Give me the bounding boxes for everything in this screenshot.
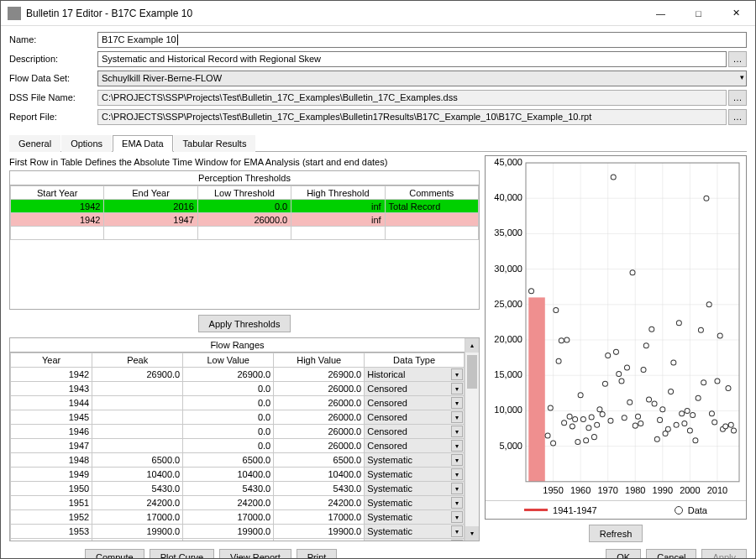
- perception-row-empty[interactable]: [11, 227, 479, 240]
- col-data-type[interactable]: Data Type: [365, 353, 465, 368]
- col-low-threshold[interactable]: Low Threshold: [197, 186, 291, 200]
- cell[interactable]: 19900.0: [274, 525, 365, 539]
- col-peak[interactable]: Peak: [92, 353, 183, 368]
- cell[interactable]: 26000.0: [274, 439, 365, 453]
- cell[interactable]: 1942: [11, 213, 104, 227]
- cell[interactable]: 1951: [11, 496, 92, 510]
- cell[interactable]: [92, 425, 183, 439]
- data-type-combo[interactable]: Systematic▾: [365, 510, 465, 525]
- cell[interactable]: [92, 410, 183, 425]
- cell[interactable]: 1953: [11, 525, 92, 539]
- cell[interactable]: 19900.0: [92, 525, 183, 539]
- tab-tabular-results[interactable]: Tabular Results: [174, 135, 256, 152]
- cancel-button[interactable]: Cancel: [646, 549, 696, 560]
- cell[interactable]: 1945: [11, 410, 92, 425]
- flow-row[interactable]: 19548290.08290.08290.0Systematic▾: [11, 539, 465, 541]
- cell[interactable]: 8290.0: [92, 539, 183, 541]
- name-field[interactable]: B17C Example 10: [97, 32, 747, 48]
- compute-button[interactable]: Compute: [85, 549, 144, 560]
- view-report-button[interactable]: View Report: [219, 549, 291, 560]
- data-type-combo[interactable]: Censored▾: [365, 382, 465, 396]
- perception-row[interactable]: 1942 2016 0.0 inf Total Record: [11, 200, 479, 213]
- cell[interactable]: 10400.0: [274, 468, 365, 482]
- cell[interactable]: 24200.0: [274, 496, 365, 510]
- cell[interactable]: 6500.0: [274, 453, 365, 468]
- cell[interactable]: 1954: [11, 539, 92, 541]
- cell[interactable]: [385, 213, 478, 227]
- dssfile-browse-button[interactable]: …: [728, 90, 747, 106]
- cell[interactable]: 17000.0: [183, 510, 274, 525]
- data-type-combo[interactable]: Systematic▾: [365, 482, 465, 496]
- col-comments[interactable]: Comments: [385, 186, 478, 200]
- cell[interactable]: 24200.0: [183, 496, 274, 510]
- col-year[interactable]: Year: [11, 353, 92, 368]
- cell[interactable]: 26000.0: [197, 213, 291, 227]
- data-type-combo[interactable]: Systematic▾: [365, 525, 465, 539]
- flow-row[interactable]: 19440.026000.0Censored▾: [11, 396, 465, 410]
- scroll-thumb[interactable]: [467, 355, 477, 389]
- minimize-button[interactable]: —: [642, 1, 680, 25]
- close-button[interactable]: ✕: [717, 1, 755, 25]
- cell[interactable]: 1943: [11, 382, 92, 396]
- chevron-down-icon[interactable]: ▾: [451, 454, 463, 466]
- cell[interactable]: 1942: [11, 368, 92, 382]
- chevron-down-icon[interactable]: ▾: [451, 511, 463, 523]
- cell[interactable]: 1946: [11, 425, 92, 439]
- cell[interactable]: 1949: [11, 468, 92, 482]
- cell[interactable]: 26900.0: [183, 368, 274, 382]
- scroll-down-button[interactable]: ▾: [465, 526, 479, 541]
- cell[interactable]: inf: [291, 213, 385, 227]
- ok-button[interactable]: OK: [606, 549, 641, 560]
- col-high-value[interactable]: High Value: [274, 353, 365, 368]
- flow-row[interactable]: 195124200.024200.024200.0Systematic▾: [11, 496, 465, 510]
- flow-scrollbar[interactable]: ▴ ▾: [465, 338, 479, 541]
- cell[interactable]: 26000.0: [274, 410, 365, 425]
- cell[interactable]: 1942: [11, 200, 104, 213]
- chevron-down-icon[interactable]: ▾: [451, 411, 463, 423]
- flow-row[interactable]: 19505430.05430.05430.0Systematic▾: [11, 482, 465, 496]
- chevron-down-icon[interactable]: ▾: [451, 368, 463, 380]
- cell[interactable]: inf: [291, 200, 385, 213]
- col-end-year[interactable]: End Year: [104, 186, 197, 200]
- flow-row[interactable]: 194910400.010400.010400.0Systematic▾: [11, 468, 465, 482]
- chevron-down-icon[interactable]: ▾: [451, 483, 463, 494]
- plot-curve-button[interactable]: Plot Curve: [150, 549, 214, 560]
- cell[interactable]: 26000.0: [274, 382, 365, 396]
- cell[interactable]: 0.0: [183, 396, 274, 410]
- cell[interactable]: 0.0: [197, 200, 291, 213]
- cell[interactable]: [92, 382, 183, 396]
- cell[interactable]: 2016: [104, 200, 197, 213]
- col-high-threshold[interactable]: High Threshold: [291, 186, 385, 200]
- cell[interactable]: 1950: [11, 482, 92, 496]
- data-type-combo[interactable]: Systematic▾: [365, 539, 465, 541]
- cell[interactable]: 1944: [11, 396, 92, 410]
- cell[interactable]: 26900.0: [92, 368, 183, 382]
- cell[interactable]: 5430.0: [92, 482, 183, 496]
- cell[interactable]: 0.0: [183, 410, 274, 425]
- data-type-combo[interactable]: Systematic▾: [365, 468, 465, 482]
- data-type-combo[interactable]: Historical▾: [365, 368, 465, 382]
- data-type-combo[interactable]: Systematic▾: [365, 453, 465, 468]
- description-browse-button[interactable]: …: [728, 51, 747, 67]
- flow-row[interactable]: 19460.026000.0Censored▾: [11, 425, 465, 439]
- cell[interactable]: [92, 439, 183, 453]
- maximize-button[interactable]: □: [680, 1, 717, 25]
- refresh-button[interactable]: Refresh: [589, 525, 643, 542]
- cell[interactable]: 6500.0: [92, 453, 183, 468]
- cell[interactable]: 8290.0: [274, 539, 365, 541]
- tab-ema-data[interactable]: EMA Data: [113, 135, 173, 152]
- cell[interactable]: 10400.0: [183, 468, 274, 482]
- cell[interactable]: 26000.0: [274, 425, 365, 439]
- reportfile-browse-button[interactable]: …: [728, 109, 747, 125]
- chevron-down-icon[interactable]: ▾: [451, 540, 463, 541]
- description-field[interactable]: Systematic and Historical Record with Re…: [97, 51, 727, 67]
- cell[interactable]: 0.0: [183, 439, 274, 453]
- tab-options[interactable]: Options: [61, 135, 112, 152]
- flow-row[interactable]: 195217000.017000.017000.0Systematic▾: [11, 510, 465, 525]
- cell[interactable]: 6500.0: [183, 453, 274, 468]
- perception-row[interactable]: 1942 1947 26000.0 inf: [11, 213, 479, 227]
- cell[interactable]: 26900.0: [274, 368, 365, 382]
- chevron-down-icon[interactable]: ▾: [451, 525, 463, 537]
- flowdata-combo[interactable]: Schuylkill River-Berne-FLOW▾: [97, 71, 747, 86]
- flow-row[interactable]: 19450.026000.0Censored▾: [11, 410, 465, 425]
